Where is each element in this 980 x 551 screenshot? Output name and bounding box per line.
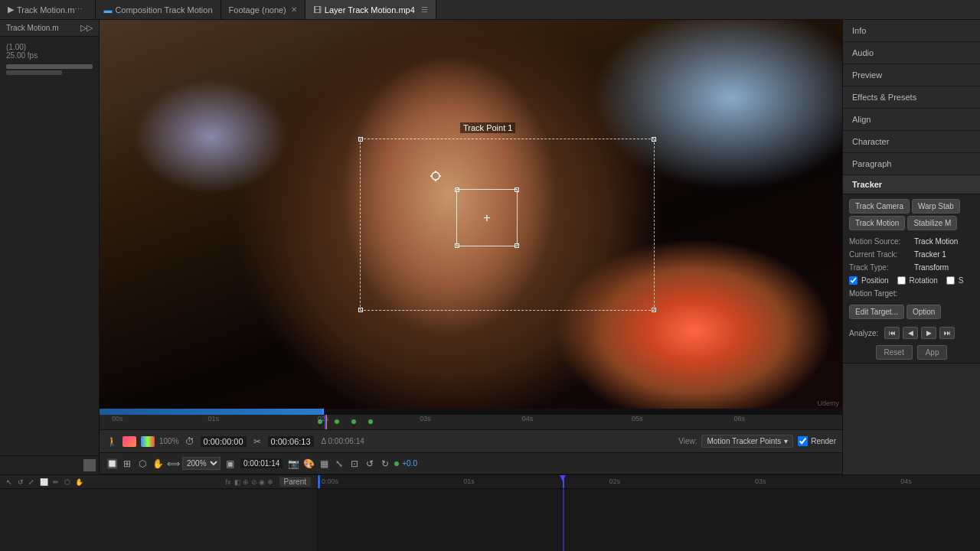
analyze-row: Analyze: ⏮ ◀ ▶ ⏭ [843, 324, 980, 342]
center-viewer: Track Point 1 + [100, 20, 842, 474]
hand-icon[interactable]: ✋ [152, 458, 164, 470]
render-label: Render [811, 437, 836, 445]
tab-bar: ▶ Track Motion.m ⋯ ▬ Composition Track M… [0, 0, 980, 20]
track-corner-bl[interactable] [358, 308, 363, 312]
grid-toggle[interactable]: ⊞ [121, 458, 133, 470]
scrub-playhead [322, 409, 324, 415]
frame-icon[interactable]: ▣ [224, 458, 236, 470]
camera-icon[interactable]: 📷 [287, 458, 299, 470]
tab-dots: ⋯ [74, 5, 83, 15]
tab-track-motion[interactable]: ▶ Track Motion.m ⋯ [0, 0, 96, 19]
inner-corner-bl[interactable] [455, 243, 459, 248]
track-overlay[interactable]: Track Point 1 + [360, 139, 655, 311]
viewer-canvas[interactable]: Track Point 1 + [100, 20, 842, 409]
out-point-time[interactable]: 0:00:06:13 [268, 436, 314, 447]
tab-footage[interactable]: Footage (none) ✕ [221, 0, 305, 19]
color-wheel-icon[interactable]: 🎨 [302, 458, 315, 470]
panel-item-effects[interactable]: Effects & Presets [843, 86, 980, 109]
tab-layer[interactable]: 🎞 Layer Track Motion.mp4 ☰ [305, 0, 436, 19]
person-icon[interactable]: 🚶 [106, 435, 118, 448]
left-panel-expand[interactable]: ▷▷ [80, 23, 93, 33]
track-corner-tl[interactable] [358, 137, 363, 142]
analyze-back-back[interactable]: ⏮ [884, 327, 900, 339]
track-center-crosshair: + [483, 211, 490, 225]
tracker-title: Tracker [843, 175, 980, 194]
track-motion-btn[interactable]: Track Motion [849, 216, 905, 230]
motion-source-value: Track Motion [914, 237, 958, 246]
analyze-forward-forward[interactable]: ⏭ [939, 327, 955, 339]
inner-track-box[interactable]: + [456, 189, 518, 246]
b-mark-1: 01s [463, 478, 475, 485]
fit-icon[interactable]: ⊡ [348, 458, 361, 470]
apply-btn[interactable]: App [917, 345, 948, 360]
tab-composition[interactable]: ▬ Composition Track Motion [96, 0, 220, 19]
track-corner-tr[interactable] [652, 137, 656, 142]
track-rows [0, 489, 980, 551]
color-icon[interactable] [122, 436, 136, 447]
tab-footage-close[interactable]: ✕ [291, 5, 297, 14]
left-bar-1 [6, 64, 93, 69]
view-label: View: [678, 437, 697, 445]
render-checkbox[interactable]: Render [798, 436, 836, 446]
analyze-label: Analyze: [849, 329, 878, 337]
analyze-back[interactable]: ◀ [903, 327, 918, 339]
left-panel-content: (1.00)25.00 fps [0, 37, 99, 455]
resize-icon[interactable]: ⤡ [333, 458, 345, 470]
ruler-mark-1: 01s [208, 415, 220, 422]
panel-item-character[interactable]: Character [843, 131, 980, 153]
rotate-icon[interactable]: ↺ [18, 478, 24, 486]
snap-icon[interactable]: 🔲 [106, 458, 118, 470]
checkerboard-icon[interactable]: ▦ [318, 458, 330, 470]
scrub-bar[interactable] [100, 409, 842, 415]
stabilize-btn[interactable]: Stabilize M [907, 216, 957, 230]
inner-corner-br[interactable] [514, 243, 519, 248]
in-point-time[interactable]: 0:00:00:00 [201, 436, 247, 447]
scrub-fill [100, 409, 322, 415]
tab-menu-icon[interactable]: ☰ [421, 5, 428, 14]
refresh-icon[interactable]: ↻ [379, 458, 391, 470]
tab-comp-label: Composition Track Motion [115, 5, 212, 15]
loop-icon[interactable]: ↺ [364, 458, 376, 470]
position-checkbox[interactable] [849, 276, 858, 285]
rotation-checkbox[interactable] [897, 276, 906, 285]
track-type-label: Track Type: [849, 263, 914, 272]
hand2-icon[interactable]: ✋ [75, 478, 83, 486]
select-icon[interactable]: ↖ [6, 478, 12, 486]
panel-item-audio[interactable]: Audio [843, 42, 980, 64]
reset-btn[interactable]: Reset [876, 345, 913, 360]
mask-icon[interactable]: ⬡ [136, 458, 149, 470]
scale-label: S [959, 276, 964, 285]
view-value: Motion Tracker Points [707, 437, 781, 445]
edit-target-btn[interactable]: Edit Target... [849, 305, 904, 319]
track-camera-btn[interactable]: Track Camera [849, 199, 910, 214]
left-grid-icon[interactable] [83, 459, 96, 471]
bottom-ruler: 0:00s 01s 02s 03s 04s [318, 475, 980, 489]
inner-corner-tr[interactable] [514, 187, 519, 192]
scissors-icon[interactable]: ✂ [251, 435, 263, 448]
inner-corner-tl[interactable] [455, 187, 459, 192]
panel-item-info[interactable]: Info [843, 20, 980, 42]
zoom-select[interactable]: 200% 100% 50% [182, 457, 220, 470]
move-icon[interactable]: ⤢ [28, 478, 34, 486]
panel-item-preview[interactable]: Preview [843, 64, 980, 86]
panel-item-paragraph[interactable]: Paragraph [843, 153, 980, 175]
crop-icon[interactable]: ⬜ [40, 478, 48, 486]
shape-icon[interactable]: ⬡ [64, 478, 70, 486]
option-btn[interactable]: Option [906, 305, 941, 319]
scale-checkbox[interactable] [946, 276, 955, 285]
gradient-icon[interactable] [141, 436, 155, 447]
warp-stab-btn[interactable]: Warp Stab [912, 199, 960, 214]
view-dropdown[interactable]: Motion Tracker Points ▾ [701, 435, 793, 448]
pen-icon[interactable]: ✏ [53, 478, 59, 486]
stretch-icon[interactable]: ⟺ [167, 458, 179, 470]
analyze-forward[interactable]: ▶ [921, 327, 936, 339]
track-corner-br[interactable] [652, 308, 656, 312]
track-labels [0, 489, 318, 551]
bottom-tools-extra: ◧ ⊕ ⊘ ◉ ✻ [234, 478, 273, 486]
track-type-row: Track Type: Transform [843, 261, 980, 274]
render-check-input[interactable] [798, 436, 808, 446]
motion-source-label: Motion Source: [849, 237, 914, 246]
motion-target-buttons: Edit Target... Option [843, 300, 980, 324]
current-time-display[interactable]: 0:00:01:14 [240, 458, 283, 468]
panel-item-align[interactable]: Align [843, 109, 980, 131]
